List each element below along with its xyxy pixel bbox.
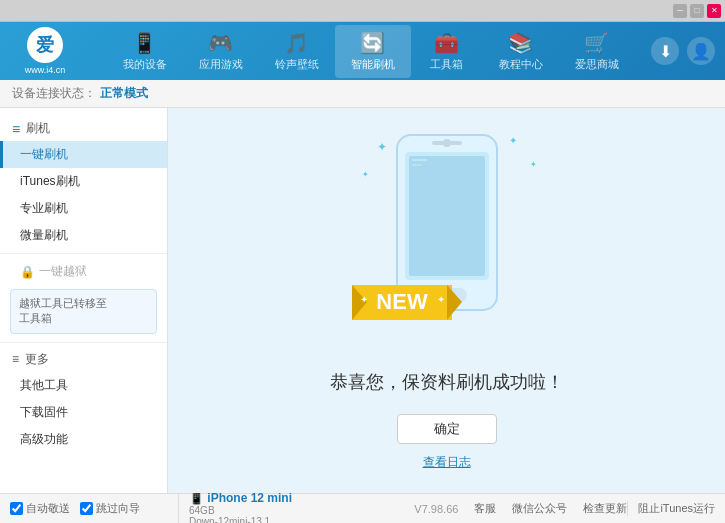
- update-link[interactable]: 检查更新: [583, 501, 627, 516]
- svg-rect-5: [409, 156, 485, 276]
- auto-send-label: 自动敬送: [26, 501, 70, 516]
- sparkle-4: ✦: [530, 160, 537, 169]
- more-section-icon: ≡: [12, 352, 19, 366]
- sidebar-section-flash: ≡ 刷机: [0, 116, 167, 141]
- sidebar-jailbreak-notice: 越狱工具已转移至工具箱: [10, 289, 157, 334]
- auto-send-checkbox[interactable]: [10, 502, 23, 515]
- itunes-status: 阻止iTunes运行: [627, 501, 715, 516]
- sidebar-divider-2: [0, 342, 167, 343]
- svg-marker-9: [447, 285, 462, 320]
- sparkle-1: ✦: [377, 140, 387, 154]
- sparkle-3: ✦: [509, 135, 517, 146]
- my-device-label: 我的设备: [123, 57, 167, 72]
- sidebar-item-itunes-flash[interactable]: iTunes刷机: [0, 168, 167, 195]
- toolbox-icon: 🧰: [434, 31, 459, 55]
- tutorial-icon: 📚: [508, 31, 533, 55]
- sidebar-item-advanced[interactable]: 高级功能: [0, 426, 167, 453]
- support-link[interactable]: 客服: [474, 501, 496, 516]
- itunes-status-text: 阻止iTunes运行: [638, 502, 715, 514]
- confirm-button[interactable]: 确定: [397, 414, 497, 444]
- device-firmware: Down-12mini-13,1: [189, 516, 292, 524]
- sidebar-item-jailbreak: 🔒 一键越狱: [0, 258, 167, 285]
- nav-tutorial[interactable]: 📚 教程中心: [483, 25, 559, 78]
- shop-label: 爱思商城: [575, 57, 619, 72]
- success-message: 恭喜您，保资料刷机成功啦！: [330, 370, 564, 394]
- sidebar: ≡ 刷机 一键刷机 iTunes刷机 专业刷机 微量刷机 🔒 一键越狱 越狱工具…: [0, 108, 168, 493]
- device-info: 📱 iPhone 12 mini 64GB Down-12mini-13,1: [178, 491, 302, 524]
- download-button[interactable]: ⬇: [651, 37, 679, 65]
- nav-bar: 爱 www.i4.cn 📱 我的设备 🎮 应用游戏 🎵 铃声壁纸 🔄 智能刷机 …: [0, 22, 725, 80]
- nav-right: ⬇ 👤: [651, 37, 715, 65]
- checkbox-skip-wizard[interactable]: 跳过向导: [80, 501, 140, 516]
- bottom-left: 自动敬送 跳过向导: [10, 501, 178, 516]
- nav-toolbox[interactable]: 🧰 工具箱: [411, 25, 483, 78]
- content-area: ✦ ✦ ✦ ✦: [168, 108, 725, 493]
- lock-icon: 🔒: [20, 265, 35, 279]
- download-firmware-label: 下载固件: [20, 405, 68, 419]
- flash-section-icon: ≡: [12, 121, 20, 137]
- sparkle-2: ✦: [362, 170, 369, 179]
- retry-link[interactable]: 查看日志: [423, 454, 471, 471]
- flash-label: 智能刷机: [351, 57, 395, 72]
- ringtone-label: 铃声壁纸: [275, 57, 319, 72]
- skip-wizard-checkbox[interactable]: [80, 502, 93, 515]
- sidebar-item-onekey-flash[interactable]: 一键刷机: [0, 141, 167, 168]
- skip-wizard-label: 跳过向导: [96, 501, 140, 516]
- svg-text:✦: ✦: [360, 294, 368, 305]
- checkbox-auto-send[interactable]: 自动敬送: [10, 501, 70, 516]
- nav-my-device[interactable]: 📱 我的设备: [107, 25, 183, 78]
- title-bar: ─ □ ✕: [0, 0, 725, 22]
- main-area: ≡ 刷机 一键刷机 iTunes刷机 专业刷机 微量刷机 🔒 一键越狱 越狱工具…: [0, 108, 725, 493]
- sidebar-item-download-firmware[interactable]: 下载固件: [0, 399, 167, 426]
- user-button[interactable]: 👤: [687, 37, 715, 65]
- sidebar-item-micro-flash[interactable]: 微量刷机: [0, 222, 167, 249]
- flash-icon: 🔄: [360, 31, 385, 55]
- nav-shop[interactable]: 🛒 爱思商城: [559, 25, 635, 78]
- sidebar-item-pro-flash[interactable]: 专业刷机: [0, 195, 167, 222]
- tutorial-label: 教程中心: [499, 57, 543, 72]
- micro-flash-label: 微量刷机: [20, 228, 68, 242]
- status-value: 正常模式: [100, 85, 148, 102]
- logo-text: www.i4.cn: [25, 65, 66, 75]
- nav-flash[interactable]: 🔄 智能刷机: [335, 25, 411, 78]
- status-bar: 设备连接状态： 正常模式: [0, 80, 725, 108]
- toolbox-label: 工具箱: [430, 57, 463, 72]
- svg-text:NEW: NEW: [376, 289, 428, 314]
- my-device-icon: 📱: [132, 31, 157, 55]
- notice-text: 越狱工具已转移至工具箱: [19, 297, 107, 324]
- minimize-button[interactable]: ─: [673, 4, 687, 18]
- version-text: V7.98.66: [414, 503, 458, 515]
- sidebar-divider-1: [0, 253, 167, 254]
- apps-label: 应用游戏: [199, 57, 243, 72]
- advanced-label: 高级功能: [20, 432, 68, 446]
- sidebar-section-more: ≡ 更多: [0, 347, 167, 372]
- apps-icon: 🎮: [208, 31, 233, 55]
- svg-rect-4: [432, 141, 462, 145]
- ringtone-icon: 🎵: [284, 31, 309, 55]
- itunes-flash-label: iTunes刷机: [20, 174, 80, 188]
- sidebar-item-other-tools[interactable]: 其他工具: [0, 372, 167, 399]
- logo-circle: 爱: [27, 27, 63, 63]
- status-label: 设备连接状态：: [12, 85, 96, 102]
- more-section-label: 更多: [25, 351, 49, 368]
- app-logo: 爱 www.i4.cn: [10, 27, 80, 75]
- maximize-button[interactable]: □: [690, 4, 704, 18]
- close-button[interactable]: ✕: [707, 4, 721, 18]
- nav-ringtone[interactable]: 🎵 铃声壁纸: [259, 25, 335, 78]
- nav-items: 📱 我的设备 🎮 应用游戏 🎵 铃声壁纸 🔄 智能刷机 🧰 工具箱 📚 教程中心…: [90, 25, 651, 78]
- nav-apps[interactable]: 🎮 应用游戏: [183, 25, 259, 78]
- new-badge: NEW ✦ ✦: [352, 265, 462, 330]
- bottom-right: V7.98.66 客服 微信公众号 检查更新: [414, 501, 627, 516]
- wechat-link[interactable]: 微信公众号: [512, 501, 567, 516]
- shop-icon: 🛒: [584, 31, 609, 55]
- bottom-bar: 自动敬送 跳过向导 📱 iPhone 12 mini 64GB Down-12m…: [0, 493, 725, 523]
- device-storage: 64GB: [189, 505, 292, 516]
- phone-illustration: ✦ ✦ ✦ ✦: [347, 130, 547, 350]
- svg-text:✦: ✦: [437, 294, 445, 305]
- other-tools-label: 其他工具: [20, 378, 68, 392]
- flash-section-label: 刷机: [26, 120, 50, 137]
- onekey-flash-label: 一键刷机: [20, 147, 68, 161]
- pro-flash-label: 专业刷机: [20, 201, 68, 215]
- jailbreak-label: 一键越狱: [39, 263, 87, 280]
